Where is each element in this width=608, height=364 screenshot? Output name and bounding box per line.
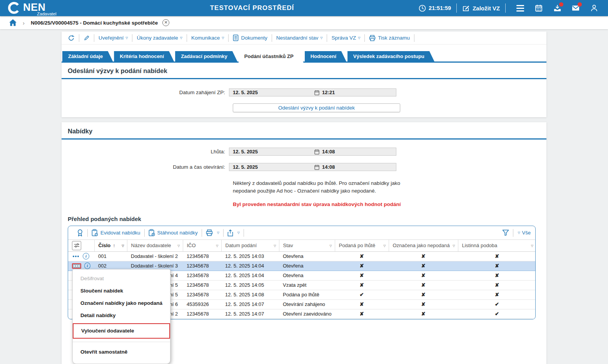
date-zahajeni-label: Datum zahájení ZP:	[62, 90, 229, 95]
tab-podani-ucastniku-zp[interactable]: Podání účastníků ZP	[239, 51, 304, 63]
lhuta-field[interactable]: 12. 5. 2025 14:08	[229, 148, 396, 156]
filter-caret-icon[interactable]: ▽	[122, 244, 124, 248]
top-bar: NEN Zadavatel TESTOVACÍ PROSTŘEDÍ 21:51:…	[0, 0, 608, 16]
menu-komunikace[interactable]: Komunikace▽	[187, 35, 228, 41]
column-header-ico[interactable]: IČO▽	[183, 240, 221, 251]
breadcrumb-item[interactable]: N006/25/V00004575 - Domácí kuchyňské spo…	[31, 20, 158, 26]
chevron-down-icon: ▽	[518, 231, 520, 234]
menu-uverejneni[interactable]: Uveřejnění▽	[94, 35, 132, 41]
cell-ico: 12345678	[183, 251, 221, 261]
cell-listinna-mark: ✘	[458, 271, 536, 280]
edit-button[interactable]	[79, 35, 94, 41]
brand[interactable]: NEN Zadavatel	[8, 2, 46, 14]
create-vz-button[interactable]: Založit VZ	[462, 5, 500, 12]
filter-caret-icon[interactable]: ▽	[177, 244, 180, 248]
cell-listinna-mark: ✔	[458, 309, 536, 319]
send-vyzva-button[interactable]: Odeslání výzvy k podání nabídek	[233, 103, 400, 112]
nonstandard-state-warning: Byl proveden nestandardní stav úprava na…	[233, 201, 448, 207]
tabs-underline	[62, 61, 546, 63]
column-settings-button[interactable]	[72, 241, 81, 250]
home-icon[interactable]	[9, 19, 17, 26]
otevirani-field[interactable]: 12. 5. 2025 14:08	[229, 163, 396, 171]
edit-square-icon	[462, 5, 469, 12]
cell-ico: 12345678	[183, 261, 221, 271]
filter-caret-icon[interactable]: ▽	[274, 244, 276, 248]
view-all-dropdown[interactable]: ▽Vše	[516, 230, 531, 236]
print-record-button[interactable]: Tisk záznamu	[365, 35, 414, 41]
export-button[interactable]: ▽	[224, 229, 244, 236]
section-title-nabidky: Nabídky	[68, 128, 540, 135]
main-menu-button[interactable]	[516, 4, 524, 12]
evidovat-nabidku-button[interactable]: Evidovat nabídku	[88, 229, 144, 236]
cell-stav: Otevřena	[279, 251, 335, 261]
lhuta-date-value: 12. 5. 2025	[229, 149, 314, 155]
menu-nestandardni-stav[interactable]: Nestandardní stav▽	[272, 35, 327, 41]
row-actions-icon[interactable]	[72, 263, 81, 269]
cell-ico: 12345678	[183, 271, 221, 280]
menu-item-oznaceni-nepodana[interactable]: Označení nabídky jako nepodaná	[73, 297, 170, 309]
column-header-datum[interactable]: Datum podání▽	[221, 240, 279, 251]
cell-nepodana-mark: ✘	[389, 251, 458, 261]
tab-zakladni-udaje[interactable]: Základní údaje	[62, 51, 113, 61]
column-header-cislo[interactable]: Číslo↑▽	[94, 240, 127, 251]
award-button[interactable]	[73, 229, 87, 237]
cell-datum: 12. 5. 2025 14:08	[221, 290, 279, 299]
breadcrumb: › N006/25/V00004575 - Domácí kuchyňské s…	[0, 16, 608, 29]
date-zahajeni-field[interactable]: 12. 5. 2025 12:21	[229, 88, 396, 96]
lhuta-label: Lhůta:	[62, 149, 229, 155]
create-vz-label: Založit VZ	[473, 5, 500, 12]
column-header-nepodana[interactable]: Označena jako nepodaná▽	[389, 240, 458, 251]
cell-stav: Otevření zaevidováno	[279, 309, 335, 319]
cell-datum: 12. 5. 2025 14:07	[221, 299, 279, 309]
info-icon[interactable]: i	[83, 253, 89, 259]
messages-button[interactable]	[572, 4, 580, 12]
cell-datum: 12. 5. 2025 14:04	[221, 261, 279, 271]
filter-button[interactable]	[498, 229, 513, 236]
inbox-button[interactable]	[553, 4, 561, 12]
cell-po-lhute-mark: ✘	[335, 280, 389, 290]
clipboard-gear-icon	[92, 229, 98, 236]
calendar-icon	[314, 149, 319, 155]
chevron-down-icon: ▽	[125, 36, 128, 40]
close-tab-icon[interactable]: ✕	[162, 19, 169, 26]
menu-item-vylouceni-dodavatele[interactable]: Vyloučení dodavatele	[73, 324, 169, 338]
cell-nepodana-mark: ✘	[389, 299, 458, 309]
calendar-icon	[314, 90, 319, 95]
menu-item-otevrit-samostatne[interactable]: Otevřít samostatně	[73, 346, 170, 358]
chevron-down-icon: ▽	[217, 231, 219, 234]
column-header-nazev[interactable]: Název dodavatele▽	[127, 240, 183, 251]
filter-caret-icon[interactable]: ▽	[383, 244, 386, 248]
row-actions-icon[interactable]	[72, 254, 80, 258]
tab-vysledek[interactable]: Výsledek zadávacího postupu	[347, 51, 434, 61]
messages-notification-badge	[578, 2, 582, 7]
menu-item-detail-nabidky[interactable]: Detail nabídky	[73, 309, 170, 322]
cell-stav: Podána po lhůtě	[279, 290, 335, 299]
stahnout-nabidky-button[interactable]: Stáhnout nabídky	[145, 229, 202, 236]
cell-nepodana-mark: ✘	[389, 271, 458, 280]
filter-caret-icon[interactable]: ▽	[453, 244, 455, 248]
time-zahajeni-value: 12:21	[322, 90, 335, 95]
calendar-button[interactable]	[535, 4, 543, 12]
inbox-notification-badge	[559, 2, 563, 7]
menu-sprava-vz[interactable]: Správa VZ▽	[327, 35, 364, 41]
menu-dokumenty[interactable]: Dokumenty	[229, 35, 271, 41]
table-row[interactable]: i001Dodavatel - školení 21234567812. 5. …	[68, 251, 536, 261]
cell-ico: 12345678	[183, 309, 221, 319]
column-header-stav[interactable]: Stav▽	[279, 240, 335, 251]
history-button[interactable]	[67, 35, 79, 42]
tab-kriteria-hodnoceni[interactable]: Kritéria hodnocení	[114, 51, 174, 61]
filter-caret-icon[interactable]: ▽	[216, 244, 218, 248]
menu-ukony-zadavatele[interactable]: Úkony zadavatele▽	[132, 35, 186, 41]
tab-hodnoceni[interactable]: Hodnocení	[305, 51, 346, 61]
filter-caret-icon[interactable]: ▽	[531, 244, 533, 248]
profile-button[interactable]	[590, 4, 598, 12]
tab-zadavaci-podminky[interactable]: Zadávací podmínky	[175, 51, 237, 61]
info-icon[interactable]: i	[84, 263, 90, 269]
cell-cislo: 001	[94, 251, 127, 261]
print-table-button[interactable]: ▽	[202, 229, 223, 236]
column-header-listinna[interactable]: Listinná podoba▽	[458, 240, 536, 251]
table-toolbar: Evidovat nabídku Stáhnout nabídky ▽	[68, 226, 535, 240]
menu-item-slouceni-nabidek[interactable]: Sloučení nabídek	[73, 285, 170, 297]
column-header-po-lhute[interactable]: Podaná po lhůtě▽	[335, 240, 389, 251]
filter-caret-icon[interactable]: ▽	[329, 244, 332, 248]
